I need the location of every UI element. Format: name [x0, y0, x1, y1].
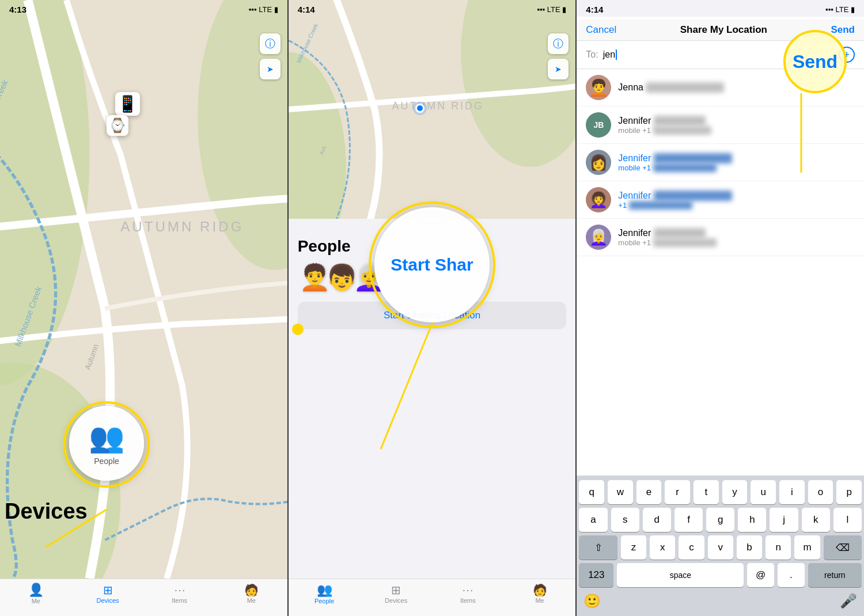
keyboard-row-1: q w e r t y u i o p: [579, 480, 862, 504]
mic-icon[interactable]: 🎤: [840, 593, 857, 609]
contact-item-jennifer-2[interactable]: 👩 Jennifer ████████████ mobile +1 ██████…: [577, 144, 864, 181]
emoji-icon[interactable]: 🙂: [583, 593, 601, 609]
tab-bar-1: 👤 Me ⊞ Devices ⋯ Items 🧑 Me: [0, 579, 287, 616]
avatar-jennifer-1: JB: [586, 112, 611, 138]
contact-name-jennifer-2: Jennifer ████████████: [618, 153, 855, 163]
avatar-jennifer-2: 👩: [586, 150, 611, 175]
tab-profile-label-1: Me: [247, 597, 256, 604]
key-delete[interactable]: ⌫: [824, 535, 862, 560]
cancel-button[interactable]: Cancel: [586, 24, 616, 36]
status-icons-2: ▪▪▪ LTE ▮: [537, 5, 566, 14]
location-button-2[interactable]: ➤: [548, 59, 569, 79]
tab-items-1[interactable]: ⋯ Items: [143, 584, 215, 604]
key-n[interactable]: n: [766, 535, 791, 560]
key-l[interactable]: l: [833, 508, 862, 532]
jennifer2-surname: ████████████: [654, 153, 732, 163]
key-h[interactable]: h: [738, 508, 766, 532]
key-f[interactable]: f: [674, 508, 703, 532]
phone-1: 4:13 ▪▪▪ LTE ▮ Milkhouse Creek Milkhouse…: [0, 0, 289, 616]
tab-profile-icon-2: 🧑: [533, 584, 547, 596]
people-circle-label: People: [94, 457, 119, 466]
tab-profile-label-2: Me: [535, 597, 544, 604]
key-t[interactable]: t: [694, 480, 719, 504]
key-o[interactable]: o: [808, 480, 833, 504]
tab-devices-1[interactable]: ⊞ Devices: [72, 584, 144, 604]
avatar-jennifer-4: 👩‍🦳: [586, 225, 611, 250]
tab-devices-2[interactable]: ⊞ Devices: [360, 584, 432, 604]
key-u[interactable]: u: [751, 480, 776, 504]
key-shift[interactable]: ⇧: [579, 535, 617, 560]
status-time-3: 4:14: [586, 5, 603, 14]
key-m[interactable]: m: [794, 535, 820, 560]
contact-name-jennifer-1: Jennifer ████████: [618, 116, 855, 126]
jenna-surname: ████████████: [646, 82, 724, 93]
keyboard-row-4: 123 space @ . return: [579, 563, 862, 587]
tab-items-2[interactable]: ⋯ Items: [432, 584, 504, 604]
location-button-1[interactable]: ➤: [260, 59, 281, 79]
tab-profile-1[interactable]: 🧑 Me: [215, 584, 287, 604]
contact-sub-jennifer-3: +1 ████████████: [618, 201, 855, 210]
tab-devices-icon-1: ⊞: [103, 584, 113, 596]
key-v[interactable]: v: [708, 535, 733, 560]
map-1: Milkhouse Creek Milkhouse Creek Autumn A…: [0, 0, 287, 579]
tab-items-icon-2: ⋯: [462, 584, 473, 596]
key-e[interactable]: e: [636, 480, 662, 504]
key-i[interactable]: i: [779, 480, 805, 504]
jennifer4-surname: ████████: [654, 228, 706, 238]
key-x[interactable]: x: [650, 535, 675, 560]
people-circle[interactable]: 👥 People: [69, 406, 144, 481]
svg-text:AUTUMN RIDG: AUTUMN RIDG: [120, 219, 244, 234]
to-label: To:: [586, 50, 598, 60]
phone-2: 4:14 ▪▪▪ LTE ▮ Milkhouse Creek Aut. AUTU…: [289, 0, 577, 616]
jennifer1-phone: ███████████: [653, 126, 711, 135]
key-s[interactable]: s: [611, 508, 639, 532]
jennifer1-surname: ████████: [654, 116, 706, 126]
tab-devices-icon-2: ⊞: [391, 584, 401, 596]
info-button-2[interactable]: ⓘ: [548, 33, 569, 54]
keyboard: q w e r t y u i o p a s d f g h j k l ⇧ …: [577, 476, 864, 616]
key-return[interactable]: return: [808, 563, 862, 587]
contact-item-jennifer-4[interactable]: 👩‍🦳 Jennifer ████████ mobile +1 ████████…: [577, 219, 864, 256]
loc-icon-2: ➤: [555, 64, 562, 74]
key-period[interactable]: .: [778, 563, 805, 587]
key-space[interactable]: space: [617, 563, 744, 587]
key-j[interactable]: j: [770, 508, 798, 532]
contact-info-jennifer-4: Jennifer ████████ mobile +1 ████████████: [618, 228, 855, 247]
info-button-1[interactable]: ⓘ: [260, 33, 281, 54]
tab-profile-2[interactable]: 🧑 Me: [504, 584, 576, 604]
info-icon-1: ⓘ: [265, 37, 275, 51]
key-d[interactable]: d: [643, 508, 671, 532]
tab-me-1[interactable]: 👤 Me: [0, 584, 72, 604]
contact-name-jennifer-3: Jennifer ████████████: [618, 191, 855, 201]
key-z[interactable]: z: [621, 535, 646, 560]
to-value: jen: [603, 50, 615, 60]
key-g[interactable]: g: [706, 508, 734, 532]
jennifer3-surname: ████████████: [654, 191, 732, 201]
key-p[interactable]: p: [836, 480, 862, 504]
key-w[interactable]: w: [608, 480, 633, 504]
svg-text:AUTUMN RIDG: AUTUMN RIDG: [392, 100, 483, 112]
start-share-circle: Start Shar: [374, 207, 490, 322]
start-share-label: Start Shar: [391, 255, 473, 275]
key-at[interactable]: @: [747, 563, 774, 587]
phone-3: 4:14 ▪▪▪ LTE ▮ Cancel Share My Location …: [577, 0, 864, 616]
key-k[interactable]: k: [802, 508, 830, 532]
status-bar-3: 4:14 ▪▪▪ LTE ▮: [577, 0, 864, 17]
contact-sub-jennifer-1: mobile +1 ███████████: [618, 126, 855, 135]
key-y[interactable]: y: [722, 480, 748, 504]
contact-sub-jennifer-2: mobile +1 ████████████: [618, 163, 855, 172]
key-b[interactable]: b: [737, 535, 762, 560]
send-nav-button[interactable]: Send: [831, 24, 855, 36]
key-r[interactable]: r: [665, 480, 690, 504]
key-c[interactable]: c: [679, 535, 704, 560]
tab-me-label-1: Me: [32, 598, 40, 604]
key-q[interactable]: q: [579, 480, 604, 504]
contact-item-jennifer-1[interactable]: JB Jennifer ████████ mobile +1 █████████…: [577, 107, 864, 144]
map-2: Milkhouse Creek Aut. AUTUMN RIDG ⓘ ➤: [289, 0, 576, 219]
key-a[interactable]: a: [579, 508, 607, 532]
key-123[interactable]: 123: [579, 563, 613, 587]
contact-item-jennifer-3[interactable]: 👩‍🦱 Jennifer ████████████ +1 ███████████…: [577, 181, 864, 219]
tab-people-2[interactable]: 👥 People: [289, 584, 361, 604]
status-time-1: 4:13: [9, 5, 26, 14]
tab-people-label-2: People: [314, 598, 334, 604]
